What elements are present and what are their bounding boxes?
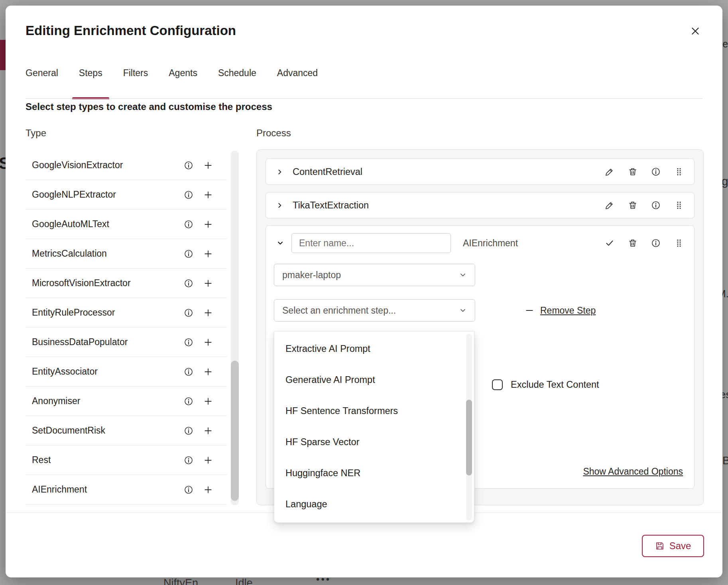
type-item-label: GoogleNLPExtractor: [26, 189, 184, 200]
info-icon[interactable]: [184, 426, 193, 436]
dropdown-option-language[interactable]: Language: [274, 489, 474, 520]
dropdown-option-extractive-ai-prompt[interactable]: Extractive AI Prompt: [274, 333, 474, 364]
info-icon[interactable]: [184, 279, 193, 288]
info-icon[interactable]: [184, 367, 193, 377]
add-icon[interactable]: [203, 219, 213, 230]
dropdown-option-label: HF Sparse Vector: [285, 437, 359, 448]
info-icon[interactable]: [651, 200, 661, 210]
tab-agents[interactable]: Agents: [169, 68, 197, 98]
background-accent-bar: [0, 40, 6, 70]
dropdown-option-huggingface-ner[interactable]: Huggingface NER: [274, 457, 474, 489]
info-icon[interactable]: [184, 455, 193, 465]
add-icon[interactable]: [203, 308, 213, 318]
edit-icon[interactable]: [605, 200, 614, 210]
info-icon[interactable]: [184, 338, 193, 347]
delete-icon[interactable]: [628, 200, 637, 210]
step-name: ContentRetrieval: [293, 167, 362, 177]
type-item-label: Anonymiser: [26, 396, 184, 406]
info-icon[interactable]: [184, 397, 193, 406]
type-item-googlenlpextractor: GoogleNLPExtractor: [26, 180, 227, 210]
type-item-label: AIEnrichment: [26, 484, 184, 495]
add-icon[interactable]: [203, 455, 213, 465]
add-icon[interactable]: [203, 367, 213, 377]
type-item-setdocumentrisk: SetDocumentRisk: [26, 416, 227, 446]
dropdown-option-label: HF Sentence Transformers: [285, 406, 398, 416]
type-item-businessdatapopulator: BusinessDataPopulator: [26, 328, 227, 357]
step-card-contentretrieval: ContentRetrieval: [266, 159, 695, 185]
chevron-down-icon: [459, 306, 467, 314]
confirm-check-icon[interactable]: [605, 238, 614, 248]
tab-steps[interactable]: Steps: [79, 68, 102, 98]
add-icon[interactable]: [203, 190, 213, 200]
drag-handle-icon[interactable]: [674, 167, 684, 177]
edit-icon[interactable]: [605, 167, 614, 177]
drag-handle-icon[interactable]: [674, 200, 684, 210]
type-item-actions: [184, 337, 227, 347]
info-icon[interactable]: [184, 220, 193, 229]
tab-label: Advanced: [277, 68, 318, 78]
delete-icon[interactable]: [628, 238, 637, 248]
add-icon[interactable]: [203, 249, 213, 259]
info-icon[interactable]: [184, 485, 193, 495]
model-select-value: pmaker-laptop: [282, 270, 341, 281]
scrollbar-thumb[interactable]: [231, 361, 239, 501]
info-icon[interactable]: [184, 249, 193, 259]
add-icon[interactable]: [203, 485, 213, 495]
type-item-label: GoogleVisionExtractor: [26, 160, 184, 171]
type-column-label: Type: [26, 128, 46, 139]
type-list-scrollbar[interactable]: [231, 151, 239, 505]
exclude-text-checkbox[interactable]: [492, 379, 503, 390]
type-item-label: BusinessDataPopulator: [26, 337, 184, 347]
close-button[interactable]: [688, 24, 702, 38]
tab-schedule[interactable]: Schedule: [218, 68, 256, 98]
tab-general[interactable]: General: [26, 68, 58, 98]
step-actions: [605, 200, 684, 210]
tab-filters[interactable]: Filters: [123, 68, 148, 98]
remove-step-button[interactable]: Remove Step: [524, 299, 596, 322]
delete-icon[interactable]: [628, 167, 637, 177]
enrichment-step-select[interactable]: Select an enrichment step...: [274, 299, 475, 322]
model-select[interactable]: pmaker-laptop: [274, 264, 475, 286]
add-icon[interactable]: [203, 426, 213, 436]
show-advanced-options-link[interactable]: Show Advanced Options: [583, 466, 683, 477]
dropdown-option-generative-ai-prompt[interactable]: Generative AI Prompt: [274, 364, 474, 395]
type-item-label: MicrosoftVisionExtractor: [26, 278, 184, 289]
chevron-right-icon[interactable]: [276, 202, 283, 209]
type-item-rest: Rest: [26, 446, 227, 475]
type-item-label: Rest: [26, 455, 184, 465]
type-item-aienrichment: AIEnrichment: [26, 475, 227, 505]
info-icon[interactable]: [184, 308, 193, 318]
tab-label: Filters: [123, 68, 148, 78]
type-item-actions: [184, 396, 227, 406]
step-actions: [605, 167, 684, 177]
add-icon[interactable]: [203, 160, 213, 171]
type-item-actions: [184, 308, 227, 318]
dropdown-scrollbar[interactable]: [466, 334, 472, 520]
drag-handle-icon[interactable]: [674, 238, 684, 248]
type-item-actions: [184, 278, 227, 289]
scrollbar-thumb[interactable]: [466, 400, 472, 475]
chevron-right-icon[interactable]: [276, 169, 283, 175]
add-icon[interactable]: [203, 278, 213, 289]
step-card-aienrichment-expanded: AIEnrichment: [266, 226, 695, 489]
save-button[interactable]: Save: [642, 535, 704, 557]
dropdown-option-label: Language: [285, 499, 327, 510]
add-icon[interactable]: [203, 396, 213, 406]
dropdown-option-label: Extractive AI Prompt: [285, 344, 370, 354]
type-item-actions: [184, 249, 227, 259]
add-icon[interactable]: [203, 337, 213, 347]
type-item-actions: [184, 485, 227, 495]
save-button-label: Save: [669, 540, 691, 552]
type-item-label: EntityRuleProcessor: [26, 307, 184, 318]
dropdown-option-hf-sentence-transformers[interactable]: HF Sentence Transformers: [274, 395, 474, 426]
step-card-tikatextextraction: TikaTextExtraction: [266, 192, 695, 218]
tab-advanced[interactable]: Advanced: [277, 68, 318, 98]
info-icon[interactable]: [651, 238, 661, 248]
info-icon[interactable]: [184, 161, 193, 170]
background-fragment: g: [722, 175, 728, 188]
dropdown-option-hf-sparse-vector[interactable]: HF Sparse Vector: [274, 426, 474, 457]
info-icon[interactable]: [184, 190, 193, 200]
info-icon[interactable]: [651, 167, 661, 177]
step-name-input[interactable]: [291, 233, 451, 253]
chevron-down-icon[interactable]: [276, 239, 284, 247]
